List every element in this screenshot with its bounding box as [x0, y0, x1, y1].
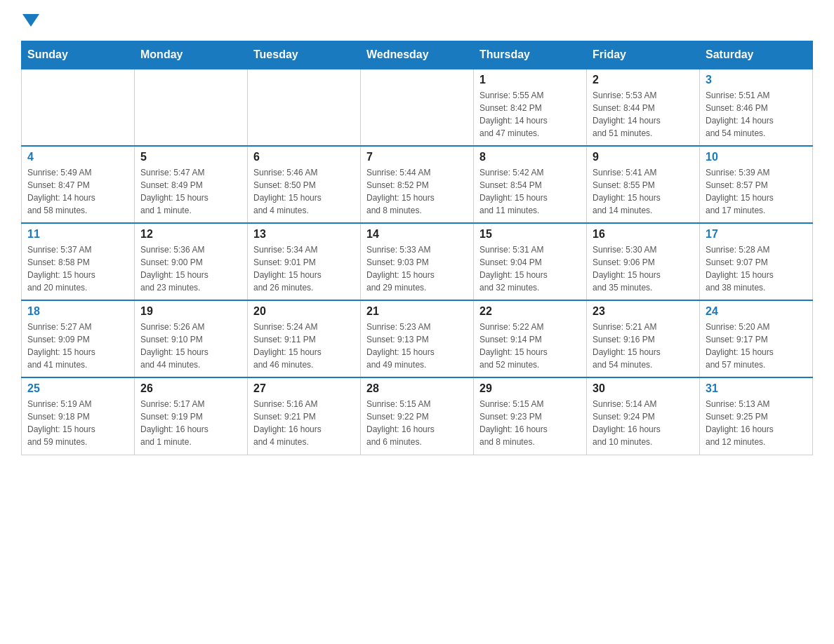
day-number: 14 [366, 228, 468, 241]
calendar-cell: 27Sunrise: 5:16 AM Sunset: 9:21 PM Dayli… [248, 377, 361, 455]
day-number: 23 [593, 305, 694, 318]
weekday-header-monday: Monday [135, 41, 248, 69]
calendar-week-row: 1Sunrise: 5:55 AM Sunset: 8:42 PM Daylig… [22, 69, 813, 146]
calendar-cell: 5Sunrise: 5:47 AM Sunset: 8:49 PM Daylig… [135, 146, 248, 223]
day-number: 22 [479, 305, 581, 318]
day-number: 12 [140, 228, 241, 241]
day-number: 17 [706, 228, 807, 241]
calendar-header: SundayMondayTuesdayWednesdayThursdayFrid… [22, 41, 813, 69]
day-number: 26 [140, 382, 241, 395]
calendar-cell [135, 69, 248, 146]
calendar-cell: 28Sunrise: 5:15 AM Sunset: 9:22 PM Dayli… [361, 377, 474, 455]
calendar-cell: 1Sunrise: 5:55 AM Sunset: 8:42 PM Daylig… [474, 69, 587, 146]
calendar-cell: 25Sunrise: 5:19 AM Sunset: 9:18 PM Dayli… [22, 377, 135, 455]
calendar-table: SundayMondayTuesdayWednesdayThursdayFrid… [21, 41, 813, 455]
calendar-cell: 2Sunrise: 5:53 AM Sunset: 8:44 PM Daylig… [587, 69, 700, 146]
day-info: Sunrise: 5:15 AM Sunset: 9:22 PM Dayligh… [366, 398, 468, 448]
day-info: Sunrise: 5:30 AM Sunset: 9:06 PM Dayligh… [593, 243, 694, 294]
day-number: 6 [253, 151, 355, 163]
day-info: Sunrise: 5:22 AM Sunset: 9:14 PM Dayligh… [479, 321, 581, 371]
day-number: 18 [27, 305, 128, 318]
day-info: Sunrise: 5:42 AM Sunset: 8:54 PM Dayligh… [479, 166, 581, 217]
day-number: 27 [253, 382, 355, 395]
day-number: 2 [593, 74, 694, 86]
calendar-cell: 16Sunrise: 5:30 AM Sunset: 9:06 PM Dayli… [587, 223, 700, 300]
day-info: Sunrise: 5:34 AM Sunset: 9:01 PM Dayligh… [253, 243, 355, 294]
day-info: Sunrise: 5:55 AM Sunset: 8:42 PM Dayligh… [479, 89, 581, 140]
calendar-week-row: 4Sunrise: 5:49 AM Sunset: 8:47 PM Daylig… [22, 146, 813, 223]
day-info: Sunrise: 5:21 AM Sunset: 9:16 PM Dayligh… [593, 321, 694, 371]
day-info: Sunrise: 5:49 AM Sunset: 8:47 PM Dayligh… [27, 166, 128, 217]
weekday-header-tuesday: Tuesday [248, 41, 361, 69]
day-number: 1 [479, 74, 581, 86]
calendar-cell: 22Sunrise: 5:22 AM Sunset: 9:14 PM Dayli… [474, 300, 587, 377]
day-info: Sunrise: 5:26 AM Sunset: 9:10 PM Dayligh… [140, 321, 241, 371]
day-info: Sunrise: 5:47 AM Sunset: 8:49 PM Dayligh… [140, 166, 241, 217]
calendar-week-row: 25Sunrise: 5:19 AM Sunset: 9:18 PM Dayli… [22, 377, 813, 455]
day-number: 24 [706, 305, 807, 318]
day-info: Sunrise: 5:37 AM Sunset: 8:58 PM Dayligh… [27, 243, 128, 294]
day-number: 10 [706, 151, 807, 163]
day-number: 29 [479, 382, 581, 395]
calendar-cell: 30Sunrise: 5:14 AM Sunset: 9:24 PM Dayli… [587, 377, 700, 455]
calendar-cell: 9Sunrise: 5:41 AM Sunset: 8:55 PM Daylig… [587, 146, 700, 223]
day-number: 30 [593, 382, 694, 395]
day-info: Sunrise: 5:19 AM Sunset: 9:18 PM Dayligh… [27, 398, 128, 448]
day-info: Sunrise: 5:13 AM Sunset: 9:25 PM Dayligh… [706, 398, 807, 448]
day-number: 21 [366, 305, 468, 318]
day-info: Sunrise: 5:27 AM Sunset: 9:09 PM Dayligh… [27, 321, 128, 371]
day-number: 31 [706, 382, 807, 395]
day-number: 5 [140, 151, 241, 163]
calendar-cell: 19Sunrise: 5:26 AM Sunset: 9:10 PM Dayli… [135, 300, 248, 377]
day-info: Sunrise: 5:41 AM Sunset: 8:55 PM Dayligh… [593, 166, 694, 217]
day-number: 20 [253, 305, 355, 318]
day-info: Sunrise: 5:44 AM Sunset: 8:52 PM Dayligh… [366, 166, 468, 217]
calendar-cell: 24Sunrise: 5:20 AM Sunset: 9:17 PM Dayli… [700, 300, 813, 377]
calendar-cell: 14Sunrise: 5:33 AM Sunset: 9:03 PM Dayli… [361, 223, 474, 300]
weekday-header-friday: Friday [587, 41, 700, 69]
day-number: 13 [253, 228, 355, 241]
calendar-cell: 10Sunrise: 5:39 AM Sunset: 8:57 PM Dayli… [700, 146, 813, 223]
logo [21, 14, 41, 27]
day-number: 25 [27, 382, 128, 395]
day-number: 3 [706, 74, 807, 86]
day-info: Sunrise: 5:36 AM Sunset: 9:00 PM Dayligh… [140, 243, 241, 294]
calendar-cell: 7Sunrise: 5:44 AM Sunset: 8:52 PM Daylig… [361, 146, 474, 223]
day-info: Sunrise: 5:33 AM Sunset: 9:03 PM Dayligh… [366, 243, 468, 294]
calendar-cell: 4Sunrise: 5:49 AM Sunset: 8:47 PM Daylig… [22, 146, 135, 223]
day-number: 15 [479, 228, 581, 241]
weekday-header-thursday: Thursday [474, 41, 587, 69]
calendar-cell: 13Sunrise: 5:34 AM Sunset: 9:01 PM Dayli… [248, 223, 361, 300]
day-info: Sunrise: 5:53 AM Sunset: 8:44 PM Dayligh… [593, 89, 694, 140]
calendar-cell: 8Sunrise: 5:42 AM Sunset: 8:54 PM Daylig… [474, 146, 587, 223]
weekday-header-saturday: Saturday [700, 41, 813, 69]
calendar-cell: 17Sunrise: 5:28 AM Sunset: 9:07 PM Dayli… [700, 223, 813, 300]
day-number: 7 [366, 151, 468, 163]
calendar-cell [361, 69, 474, 146]
calendar-cell: 26Sunrise: 5:17 AM Sunset: 9:19 PM Dayli… [135, 377, 248, 455]
calendar-cell: 29Sunrise: 5:15 AM Sunset: 9:23 PM Dayli… [474, 377, 587, 455]
day-info: Sunrise: 5:24 AM Sunset: 9:11 PM Dayligh… [253, 321, 355, 371]
day-info: Sunrise: 5:15 AM Sunset: 9:23 PM Dayligh… [479, 398, 581, 448]
calendar-cell: 18Sunrise: 5:27 AM Sunset: 9:09 PM Dayli… [22, 300, 135, 377]
day-info: Sunrise: 5:51 AM Sunset: 8:46 PM Dayligh… [706, 89, 807, 140]
day-info: Sunrise: 5:14 AM Sunset: 9:24 PM Dayligh… [593, 398, 694, 448]
day-info: Sunrise: 5:23 AM Sunset: 9:13 PM Dayligh… [366, 321, 468, 371]
day-info: Sunrise: 5:39 AM Sunset: 8:57 PM Dayligh… [706, 166, 807, 217]
calendar-cell [248, 69, 361, 146]
calendar-cell: 3Sunrise: 5:51 AM Sunset: 8:46 PM Daylig… [700, 69, 813, 146]
calendar-cell: 23Sunrise: 5:21 AM Sunset: 9:16 PM Dayli… [587, 300, 700, 377]
day-info: Sunrise: 5:28 AM Sunset: 9:07 PM Dayligh… [706, 243, 807, 294]
day-number: 8 [479, 151, 581, 163]
calendar-cell: 11Sunrise: 5:37 AM Sunset: 8:58 PM Dayli… [22, 223, 135, 300]
day-number: 4 [27, 151, 128, 163]
day-info: Sunrise: 5:17 AM Sunset: 9:19 PM Dayligh… [140, 398, 241, 448]
calendar-cell: 6Sunrise: 5:46 AM Sunset: 8:50 PM Daylig… [248, 146, 361, 223]
weekday-header-wednesday: Wednesday [361, 41, 474, 69]
day-number: 11 [27, 228, 128, 241]
day-number: 28 [366, 382, 468, 395]
day-info: Sunrise: 5:31 AM Sunset: 9:04 PM Dayligh… [479, 243, 581, 294]
calendar-cell: 15Sunrise: 5:31 AM Sunset: 9:04 PM Dayli… [474, 223, 587, 300]
day-info: Sunrise: 5:46 AM Sunset: 8:50 PM Dayligh… [253, 166, 355, 217]
calendar-cell: 12Sunrise: 5:36 AM Sunset: 9:00 PM Dayli… [135, 223, 248, 300]
